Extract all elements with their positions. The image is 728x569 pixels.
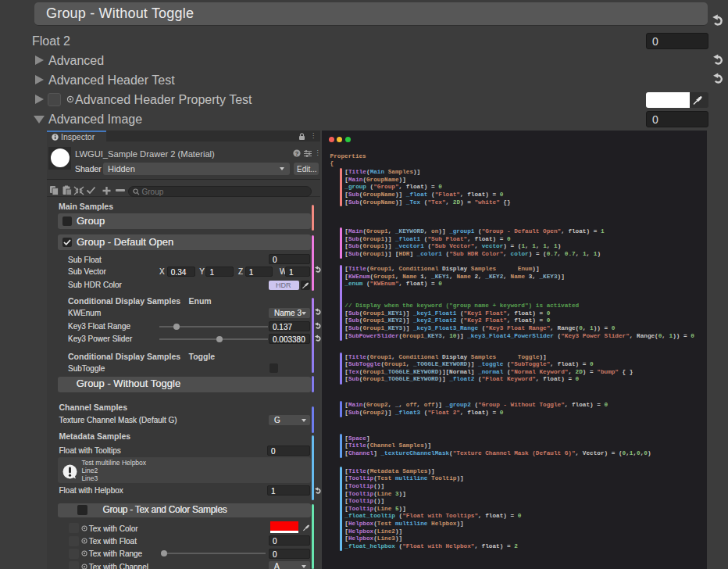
- svg-text:?: ?: [295, 150, 299, 157]
